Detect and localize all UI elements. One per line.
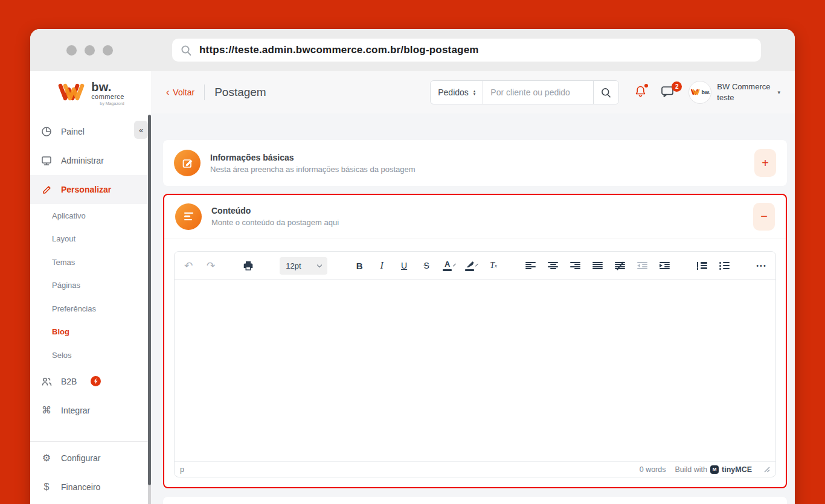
- card-title: Conteúdo: [211, 206, 339, 215]
- resize-handle-icon[interactable]: [764, 467, 770, 473]
- print-button[interactable]: [243, 257, 254, 275]
- font-size-select[interactable]: 12pt: [280, 257, 327, 275]
- messages-button[interactable]: 2: [661, 85, 675, 100]
- redo-button[interactable]: ↷: [205, 257, 216, 275]
- search-scope-value: Pedidos: [438, 88, 469, 97]
- numbered-list-icon: [697, 262, 707, 270]
- window-control-dot[interactable]: [66, 45, 77, 56]
- sidebar-item-label: Financeiro: [61, 482, 100, 492]
- text-color-button[interactable]: A: [443, 257, 454, 275]
- back-label: Voltar: [173, 88, 194, 97]
- sidebar-item-configurar[interactable]: ⚙ Configurar: [30, 444, 151, 473]
- sidebar-collapse-button[interactable]: «: [134, 121, 148, 139]
- element-path[interactable]: p: [180, 465, 184, 474]
- editor-toolbar: ↶ ↷ 12pt: [175, 252, 775, 280]
- monitor-icon: [40, 155, 53, 166]
- notification-dot: [643, 83, 649, 89]
- clear-formatting-button[interactable]: Tx: [488, 257, 499, 275]
- align-none-button[interactable]: [615, 257, 626, 275]
- global-search: Pedidos ▴▾: [430, 80, 619, 104]
- sidebar-subitem-paginas[interactable]: Páginas: [30, 274, 151, 298]
- brand-logo[interactable]: bw. commerce by Magazord: [30, 71, 151, 115]
- sidebar: bw. commerce by Magazord « Painel: [30, 71, 151, 504]
- outdent-icon: [637, 262, 647, 270]
- sidebar-subitem-preferencias[interactable]: Preferências: [30, 297, 151, 321]
- sidebar-item-b2b[interactable]: B2B: [30, 367, 151, 396]
- bolt-badge-icon: [91, 376, 101, 386]
- underline-button[interactable]: U: [399, 257, 409, 275]
- bullet-list-button[interactable]: [719, 257, 730, 275]
- chevron-down-icon: [453, 263, 456, 266]
- sidebar-item-financeiro[interactable]: $ Financeiro: [30, 473, 151, 502]
- content-area: Informações básicas Nesta área preencha …: [151, 113, 795, 504]
- ordered-list-button[interactable]: [696, 257, 707, 275]
- sidebar-scrollbar-track: [148, 485, 151, 504]
- align-right-button[interactable]: [570, 257, 581, 275]
- brand-name: bw.: [91, 81, 124, 93]
- align-right-icon: [570, 262, 580, 270]
- user-menu[interactable]: bw. BW Commerce teste ▾: [689, 81, 780, 104]
- indent-icon: [660, 262, 670, 270]
- italic-button[interactable]: I: [376, 257, 387, 275]
- people-icon: [40, 376, 53, 387]
- sidebar-item-administrar[interactable]: Administrar: [30, 146, 151, 175]
- back-button[interactable]: ‹ Voltar: [166, 88, 194, 97]
- window-controls: [66, 45, 113, 56]
- word-count[interactable]: 0 words: [640, 465, 666, 474]
- align-center-icon: [548, 262, 558, 270]
- pencil-icon: [40, 185, 53, 195]
- outdent-button[interactable]: [637, 257, 648, 275]
- url-bar[interactable]: https://teste.admin.bwcommerce.com.br/bl…: [172, 39, 761, 62]
- sidebar-item-integrar[interactable]: ⌘ Integrar: [30, 396, 151, 425]
- undo-button[interactable]: ↶: [183, 257, 194, 275]
- brand-sub: commerce: [91, 94, 124, 100]
- command-icon: ⌘: [40, 404, 53, 416]
- sidebar-item-label: Personalizar: [61, 185, 111, 194]
- sidebar-item-personalizar[interactable]: Personalizar: [30, 175, 151, 204]
- tinymce-brand[interactable]: tinyMCE: [722, 465, 752, 474]
- search-scope-select[interactable]: Pedidos ▴▾: [431, 81, 483, 104]
- bullet-list-icon: [719, 262, 730, 270]
- card-subtitle: Nesta área preencha as informações básic…: [210, 165, 416, 174]
- sidebar-divider: [30, 441, 151, 442]
- align-left-icon: [525, 262, 536, 270]
- window-control-dot[interactable]: [103, 45, 113, 56]
- more-tools-button[interactable]: •••: [756, 257, 767, 275]
- text-color-icon: A: [443, 261, 452, 271]
- indent-button[interactable]: [660, 257, 670, 275]
- card-informacoes-basicas: Informações básicas Nesta área preencha …: [163, 140, 787, 186]
- sidebar-subitem-temas[interactable]: Temas: [30, 250, 151, 274]
- sidebar-item-label: Integrar: [61, 406, 90, 415]
- url-text: https://teste.admin.bwcommerce.com.br/bl…: [199, 44, 479, 56]
- window-control-dot[interactable]: [85, 45, 95, 56]
- collapse-section-button[interactable]: −: [753, 203, 775, 231]
- rich-text-editor: ↶ ↷ 12pt: [174, 251, 776, 477]
- page-title: Postagem: [214, 86, 266, 99]
- card-conteudo: Conteúdo Monte o conteúdo da postagem aq…: [163, 194, 787, 488]
- search-input[interactable]: [483, 81, 593, 104]
- align-justify-button[interactable]: [592, 257, 603, 275]
- align-left-button[interactable]: [525, 257, 536, 275]
- sidebar-subitem-layout[interactable]: Layout: [30, 228, 151, 251]
- text-lines-circle-icon: [175, 203, 202, 230]
- sidebar-subitem-blog[interactable]: Blog: [30, 321, 151, 344]
- printer-icon: [243, 261, 254, 271]
- sidebar-scrollbar-thumb[interactable]: [148, 115, 151, 485]
- pie-chart-icon: [40, 126, 53, 137]
- sidebar-subitem-selos[interactable]: Selos: [30, 343, 151, 367]
- card-title: Informações básicas: [210, 153, 416, 162]
- align-center-button[interactable]: [548, 257, 559, 275]
- sidebar-item-painel[interactable]: Painel: [30, 117, 151, 146]
- notifications-button[interactable]: [634, 85, 647, 101]
- browser-topbar: https://teste.admin.bwcommerce.com.br/bl…: [30, 29, 795, 71]
- editor-content-area[interactable]: [175, 280, 775, 461]
- bold-button[interactable]: B: [354, 257, 365, 275]
- strikethrough-button[interactable]: S: [421, 257, 432, 275]
- highlight-color-button[interactable]: [466, 257, 477, 275]
- highlighter-icon: [465, 261, 474, 271]
- page-header: ‹ Voltar Postagem Pedidos ▴▾: [151, 71, 795, 113]
- search-button[interactable]: [593, 81, 618, 104]
- expand-section-button[interactable]: +: [754, 149, 776, 177]
- sort-arrows-icon: ▴▾: [473, 89, 476, 95]
- sidebar-subitem-aplicativo[interactable]: Aplicativo: [30, 204, 151, 228]
